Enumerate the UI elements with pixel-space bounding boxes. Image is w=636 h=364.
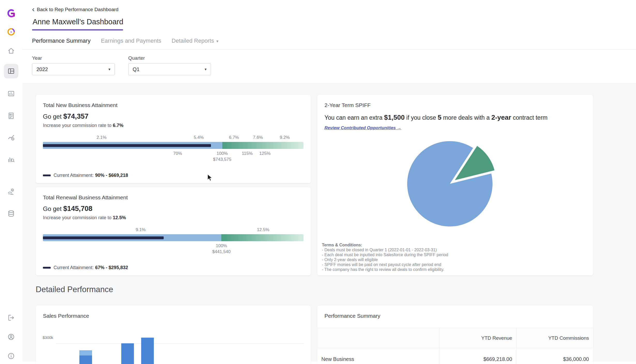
rate-line: Increase your commission rate to 12.5% bbox=[43, 215, 304, 221]
quarter-filter: Quarter Q1 ▾ bbox=[128, 55, 211, 75]
tab-performance-summary[interactable]: Performance Summary bbox=[32, 37, 90, 44]
tab-detailed-reports[interactable]: Detailed Reports▾ bbox=[172, 37, 218, 44]
chevron-down-icon: ▾ bbox=[108, 67, 110, 72]
term-line: - SPIFF monies will be paid on next payo… bbox=[322, 262, 448, 267]
review-opportunities-link[interactable]: Review Contributed Opportunities → bbox=[324, 125, 402, 131]
term-line: - Deals must be closed in Quarter 1 (202… bbox=[322, 247, 448, 252]
content-area: Total New Business Attainment Go get $74… bbox=[22, 83, 636, 361]
card-title: Total New Business Attainment bbox=[43, 102, 304, 108]
statements-icon[interactable] bbox=[5, 110, 17, 122]
sales-bar bbox=[121, 343, 134, 364]
back-chevron-icon: ‹ bbox=[32, 7, 34, 11]
go-get-line: Go get $74,357 bbox=[43, 112, 304, 120]
axis-tick-label: 70% bbox=[173, 151, 182, 156]
card-title: 2-Year Term SPIFF bbox=[324, 102, 586, 108]
table-cell: $669,218.00 bbox=[440, 348, 517, 364]
year-label: Year bbox=[32, 55, 115, 61]
tab-earnings-and-payments[interactable]: Earnings and Payments bbox=[101, 37, 161, 44]
table-cell: New Business bbox=[317, 348, 440, 364]
year-filter: Year 2022 ▾ bbox=[32, 55, 115, 75]
gridline bbox=[56, 343, 304, 344]
axis-tick-label: 100%$441,540 bbox=[212, 243, 231, 254]
sales-performance-card: Sales Performance $300k bbox=[36, 306, 311, 364]
deal-insights-icon[interactable] bbox=[5, 154, 17, 165]
title-underline bbox=[32, 29, 123, 31]
term-line: - Only 2-year deals will eligible bbox=[322, 257, 448, 262]
back-link-label: Back to Rep Performance Dashboard bbox=[37, 7, 118, 12]
sales-chart: $300k bbox=[36, 306, 311, 364]
dashboard-icon[interactable] bbox=[4, 64, 18, 78]
renewal-bullet-chart: 9.1%12.5% 100%$441,540 bbox=[43, 227, 304, 255]
chevron-down-icon: ▾ bbox=[216, 39, 218, 44]
year-select[interactable]: 2022 ▾ bbox=[32, 63, 115, 75]
column-header bbox=[317, 328, 440, 348]
card-title: Total Renewal Business Attainment bbox=[43, 194, 304, 201]
table-row: New Business$669,218.00$36,000.00 bbox=[317, 348, 593, 364]
section-heading: Detailed Performance bbox=[36, 285, 636, 294]
attainment-legend: Current Attainment: 67% - $295,832 bbox=[43, 265, 128, 270]
spiff-pie-chart bbox=[324, 137, 586, 231]
term-line: - The company has the right to review al… bbox=[322, 267, 448, 272]
axis-tick-label: 12.5% bbox=[257, 227, 269, 232]
axis-tick-label: 9.1% bbox=[136, 227, 146, 232]
sales-bar-segment bbox=[79, 350, 92, 355]
home-icon[interactable] bbox=[5, 45, 17, 57]
y-axis-tick-label: $300k bbox=[43, 335, 53, 340]
spiff-message: You can earn an extra $1,500 if you clos… bbox=[324, 113, 586, 122]
sidebar-expand-icon[interactable]: › bbox=[5, 26, 17, 37]
earnings-chart-icon[interactable]: $ bbox=[5, 132, 17, 143]
year-select-value: 2022 bbox=[36, 66, 48, 72]
current-attainment-bar bbox=[43, 236, 164, 239]
logout-icon[interactable] bbox=[5, 312, 17, 323]
back-link[interactable]: ‹ Back to Rep Performance Dashboard bbox=[32, 7, 118, 12]
tab-bar: Performance SummaryEarnings and Payments… bbox=[22, 37, 636, 50]
current-attainment-bar bbox=[43, 144, 211, 147]
axis-tick-label: 125% bbox=[259, 151, 270, 156]
axis-tick-label: 100%$743,575 bbox=[213, 151, 231, 162]
column-header: YTD Revenue bbox=[440, 328, 517, 348]
profile-icon[interactable] bbox=[5, 331, 17, 343]
legend-dash-icon bbox=[43, 175, 51, 176]
table-cell: $36,000.00 bbox=[516, 348, 593, 364]
column-header: YTD Commissions bbox=[516, 328, 593, 348]
table-header-row: YTD RevenueYTD Commissions bbox=[317, 328, 593, 348]
quarter-label: Quarter bbox=[128, 55, 211, 61]
rate-line: Increase your commission rate to 6.7% bbox=[43, 123, 304, 128]
payouts-icon[interactable]: $ bbox=[5, 186, 17, 197]
chevron-down-icon: ▾ bbox=[205, 67, 207, 72]
sales-bar bbox=[79, 350, 92, 364]
spiff-terms-list: - Deals must be closed in Quarter 1 (202… bbox=[322, 247, 448, 272]
axis-tick-label: 6.7% bbox=[229, 135, 239, 140]
main-area: ‹ Back to Rep Performance Dashboard Anne… bbox=[22, 0, 636, 364]
go-get-line: Go get $145,708 bbox=[43, 205, 304, 213]
attainment-track bbox=[43, 142, 304, 149]
renewal-card: Total Renewal Business Attainment Go get… bbox=[36, 187, 311, 276]
axis-tick-label: 5.4% bbox=[194, 135, 204, 140]
new-business-card: Total New Business Attainment Go get $74… bbox=[36, 95, 311, 183]
axis-tick-label: 9.2% bbox=[280, 135, 290, 140]
filter-bar: Year 2022 ▾ Quarter Q1 ▾ bbox=[22, 50, 636, 83]
performance-summary-card: Performance Summary YTD RevenueYTD Commi… bbox=[317, 306, 593, 364]
svg-text:$: $ bbox=[12, 189, 13, 191]
sales-bar bbox=[141, 338, 154, 364]
summary-table: YTD RevenueYTD Commissions New Business$… bbox=[317, 328, 593, 364]
attainment-track bbox=[43, 234, 304, 241]
card-title: Performance Summary bbox=[317, 306, 593, 319]
app-logo[interactable] bbox=[5, 8, 17, 19]
spiff-terms: Terms & Conditions: - Deals must be clos… bbox=[322, 242, 448, 272]
quarter-select[interactable]: Q1 ▾ bbox=[128, 63, 211, 75]
sidebar: › $ $ bbox=[0, 0, 22, 364]
svg-text:$: $ bbox=[12, 138, 13, 140]
page-header: ‹ Back to Rep Performance Dashboard Anne… bbox=[22, 0, 636, 50]
axis-tick-label: 2.1% bbox=[96, 135, 107, 140]
axis-tick-label: 7.6% bbox=[253, 135, 263, 140]
info-icon[interactable] bbox=[5, 350, 17, 362]
data-source-icon[interactable] bbox=[5, 208, 17, 219]
terms-title: Terms & Conditions: bbox=[322, 242, 448, 247]
page-title: Anne Maxwell’s Dashboard bbox=[33, 18, 636, 26]
attainment-legend: Current Attainment: 90% - $669,218 bbox=[43, 173, 128, 178]
spiff-card: 2-Year Term SPIFF You can earn an extra … bbox=[317, 95, 593, 276]
axis-tick-label: 115% bbox=[242, 151, 253, 156]
reports-board-icon[interactable] bbox=[5, 88, 17, 100]
quarter-select-value: Q1 bbox=[133, 66, 140, 72]
